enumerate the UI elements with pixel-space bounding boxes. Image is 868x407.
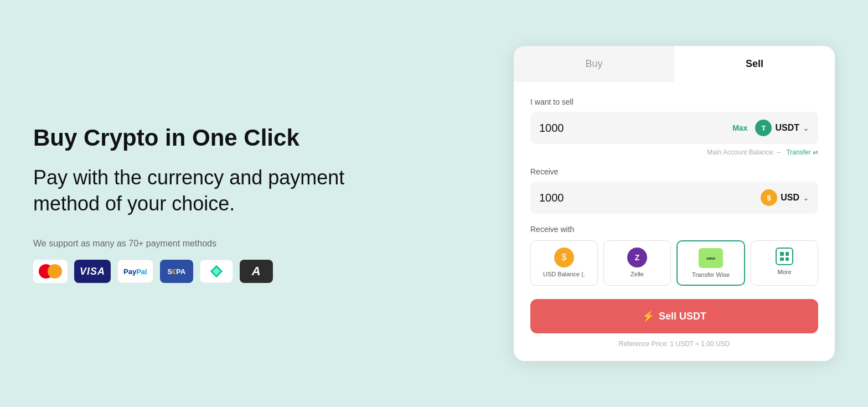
left-section: Buy Crypto in One Click Pay with the cur… [33,124,354,284]
usd-icon: $ [761,189,777,206]
more-label: More [777,269,791,275]
reference-price-value: 1 USDT ≈ 1.00 USD [670,340,730,348]
reference-price: Reference Price: 1 USDT ≈ 1.00 USD [530,340,818,348]
payment-method-zelle[interactable]: Z Zelle [603,240,671,286]
tab-sell[interactable]: Sell [674,46,835,82]
payment-methods-row: $ USD Balance (. Z Zelle wise Transfer W… [530,240,818,286]
sub-heading: Pay with the currency and payment method… [33,165,354,217]
receive-amount-input[interactable] [539,192,761,204]
sell-amount-input[interactable] [539,122,732,135]
sell-button[interactable]: ⚡ Sell USDT [530,299,818,333]
payment-method-more[interactable]: More [751,240,818,286]
max-button[interactable]: Max [732,123,747,132]
paxful-diamond-svg [209,264,224,279]
payment-icons-row: VISA PayPal S€PA A [33,260,354,283]
more-icon [776,248,793,265]
mc-orange-circle [48,264,62,279]
appstore-logo: A [240,260,273,283]
paxful-logo [200,260,233,283]
widget-body: I want to sell Max T USDT ⌄ Main Account… [514,82,835,361]
balance-text: Main Account Balance: -- [707,148,781,156]
sell-button-label: Sell USDT [659,311,706,322]
transfer-link[interactable]: Transfer ⇌ [786,148,818,156]
zelle-label: Zelle [631,271,644,277]
wise-icon: wise [699,248,723,268]
sell-input-row: Max T USDT ⌄ [530,112,818,144]
receive-currency-chevron: ⌄ [803,193,809,202]
sell-currency-chevron: ⌄ [803,123,809,132]
mastercard-circles [39,264,62,279]
trade-widget: Buy Sell I want to sell Max T USDT ⌄ Mai… [514,46,835,361]
tab-buy[interactable]: Buy [514,46,674,82]
tab-bar: Buy Sell [514,46,835,82]
main-heading: Buy Crypto in One Click [33,124,354,152]
usd-balance-label: USD Balance (. [543,271,585,277]
sell-currency-selector[interactable]: T USDT ⌄ [755,120,809,136]
receive-currency-selector[interactable]: $ USD ⌄ [761,189,809,206]
paypal-logo: PayPal [117,260,153,283]
balance-row: Main Account Balance: -- Transfer ⇌ [530,148,818,156]
support-text: We support as many as 70+ payment method… [33,239,354,249]
payment-method-usd-balance[interactable]: $ USD Balance (. [530,240,598,286]
payment-method-transferwise[interactable]: wise Transfer Wise [676,240,745,286]
receive-with-label: Receive with [530,225,818,234]
receive-input-row: $ USD ⌄ [530,182,818,214]
sepa-logo: S€PA [160,260,193,283]
receive-field-label: Receive [530,167,818,176]
visa-logo: VISA [74,260,111,283]
zelle-icon: Z [627,248,647,267]
receive-currency-label: USD [781,193,799,203]
reference-price-prefix: Reference Price: [619,340,668,348]
paypal-text: PayPal [123,267,147,276]
mastercard-icon [33,260,68,283]
usdt-icon: T [755,120,772,136]
sell-currency-label: USDT [775,123,799,133]
transferwise-label: Transfer Wise [692,271,730,278]
transfer-arrows-icon: ⇌ [813,148,818,156]
bolt-icon: ⚡ [642,310,654,322]
sell-field-label: I want to sell [530,97,818,106]
usd-balance-icon: $ [554,248,574,267]
